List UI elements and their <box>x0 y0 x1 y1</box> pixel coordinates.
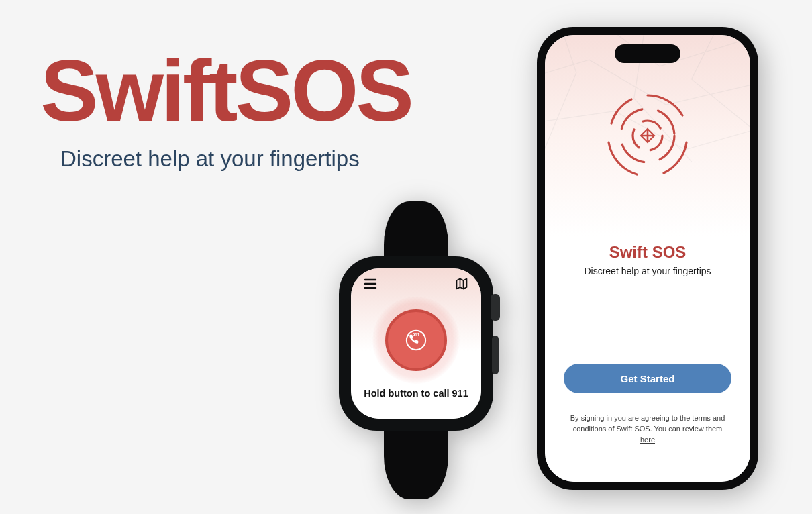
phone-app-title: Swift SOS <box>609 243 687 262</box>
watch-hint-text: Hold button to call 911 <box>364 388 468 399</box>
watch-top-bar <box>351 268 481 291</box>
get-started-button[interactable]: Get Started <box>564 364 731 393</box>
hero-title: SwiftSOS <box>40 47 411 134</box>
watch-band-top <box>384 201 448 262</box>
sos-button[interactable]: 911 <box>385 309 447 371</box>
dynamic-island <box>615 44 680 63</box>
svg-marker-8 <box>457 279 467 289</box>
watch-mockup: 911 Hold button to call 911 <box>336 201 497 499</box>
sos-button-halo: 911 <box>372 297 460 384</box>
phone-screen: Swift SOS Discreet help at your fingerti… <box>545 35 750 482</box>
sos-badge-text: 911 <box>413 332 420 337</box>
hero: SwiftSOS Discreet help at your fingertip… <box>40 47 411 172</box>
phone-content: Swift SOS Discreet help at your fingerti… <box>545 35 750 482</box>
map-icon[interactable] <box>454 276 469 291</box>
watch-crown <box>491 294 500 321</box>
phone-frame: Swift SOS Discreet help at your fingerti… <box>537 27 758 490</box>
watch-band-bottom <box>384 425 448 499</box>
menu-icon[interactable] <box>363 276 378 291</box>
terms-link[interactable]: here <box>640 435 655 444</box>
terms-text: By signing in you are agreeing to the te… <box>567 413 728 446</box>
hero-tagline: Discreet help at your fingertips <box>60 146 411 172</box>
watch-side-button <box>492 336 499 374</box>
phone-911-icon: 911 <box>403 327 429 354</box>
phone-app-subtitle: Discreet help at your fingertips <box>584 266 711 276</box>
terms-prefix: By signing in you are agreeing to the te… <box>570 414 725 433</box>
watch-case: 911 Hold button to call 911 <box>339 256 493 431</box>
phone-mockup: Swift SOS Discreet help at your fingerti… <box>537 27 758 490</box>
radar-icon <box>601 89 695 183</box>
watch-screen: 911 Hold button to call 911 <box>351 268 481 419</box>
